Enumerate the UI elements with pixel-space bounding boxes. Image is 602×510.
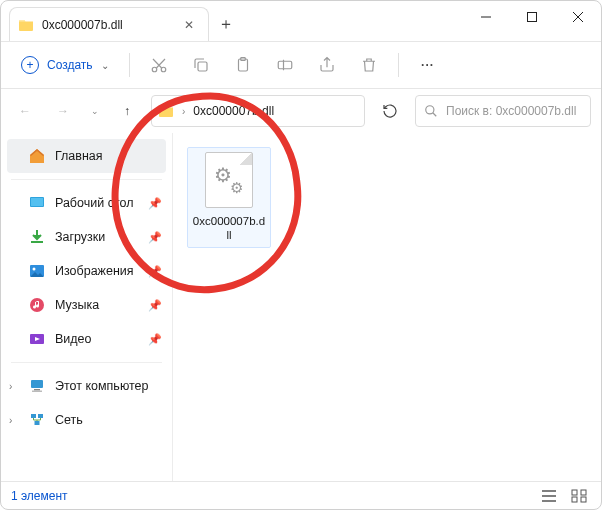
paste-button[interactable] <box>224 47 262 83</box>
svg-rect-10 <box>31 241 43 243</box>
address-bar[interactable]: › 0xc000007b.dll <box>151 95 365 127</box>
sidebar-item-label: Музыка <box>55 298 99 312</box>
status-item-count: 1 элемент <box>11 489 68 503</box>
svg-rect-20 <box>35 421 40 425</box>
content-area[interactable]: ⚙ ⚙ 0xc000007b.dll <box>173 133 601 481</box>
desktop-icon <box>29 195 45 211</box>
more-button[interactable]: ··· <box>409 47 447 83</box>
status-bar: 1 элемент <box>1 481 601 509</box>
toolbar-separator <box>398 53 399 77</box>
network-icon <box>29 412 45 428</box>
copy-button[interactable] <box>182 47 220 83</box>
nav-row: ← → ⌄ ↑ › 0xc000007b.dll <box>1 89 601 133</box>
tab-title: 0xc000007b.dll <box>42 18 172 32</box>
folder-icon <box>18 17 34 33</box>
svg-rect-15 <box>31 380 43 388</box>
search-input[interactable] <box>446 104 582 118</box>
history-dropdown[interactable]: ⌄ <box>87 102 103 120</box>
svg-rect-18 <box>31 414 36 418</box>
chevron-right-icon[interactable]: › <box>9 381 12 392</box>
svg-rect-21 <box>572 490 577 495</box>
sidebar-item-home[interactable]: Главная <box>7 139 166 173</box>
folder-icon <box>158 103 174 119</box>
sidebar-item-label: Сеть <box>55 413 83 427</box>
share-button[interactable] <box>308 47 346 83</box>
computer-icon <box>29 378 45 394</box>
search-box[interactable] <box>415 95 591 127</box>
refresh-button[interactable] <box>375 96 405 126</box>
sidebar-item-label: Этот компьютер <box>55 379 148 393</box>
svg-point-7 <box>426 106 434 114</box>
sidebar: Главная Рабочий стол 📌 Загрузки 📌 Изобра… <box>1 133 173 481</box>
sidebar-item-music[interactable]: Музыка 📌 <box>1 288 172 322</box>
sidebar-item-this-pc[interactable]: › Этот компьютер <box>1 369 172 403</box>
sidebar-item-desktop[interactable]: Рабочий стол 📌 <box>1 186 172 220</box>
maximize-button[interactable] <box>509 1 555 33</box>
sidebar-item-label: Рабочий стол <box>55 196 133 210</box>
music-icon <box>29 297 45 313</box>
address-segment[interactable]: 0xc000007b.dll <box>193 104 274 118</box>
svg-rect-22 <box>581 490 586 495</box>
titlebar: 0xc000007b.dll ✕ ＋ <box>1 1 601 41</box>
file-item[interactable]: ⚙ ⚙ 0xc000007b.dll <box>187 147 271 248</box>
svg-point-1 <box>152 67 157 72</box>
sidebar-item-label: Видео <box>55 332 92 346</box>
svg-point-12 <box>33 268 36 271</box>
svg-rect-0 <box>528 13 537 22</box>
forward-button[interactable]: → <box>49 97 77 125</box>
svg-rect-23 <box>572 497 577 502</box>
pictures-icon <box>29 263 45 279</box>
cut-button[interactable] <box>140 47 178 83</box>
chevron-down-icon: ⌄ <box>101 60 109 71</box>
pin-icon: 📌 <box>148 265 162 278</box>
chevron-right-icon[interactable]: › <box>9 415 12 426</box>
pin-icon: 📌 <box>148 299 162 312</box>
sidebar-item-network[interactable]: › Сеть <box>1 403 172 437</box>
tab-active[interactable]: 0xc000007b.dll ✕ <box>9 7 209 41</box>
gear-icon: ⚙ <box>230 179 243 197</box>
icons-view-button[interactable] <box>567 486 591 506</box>
svg-rect-3 <box>198 62 207 71</box>
svg-rect-19 <box>38 414 43 418</box>
tab-close-button[interactable]: ✕ <box>180 16 198 34</box>
sidebar-item-downloads[interactable]: Загрузки 📌 <box>1 220 172 254</box>
svg-rect-6 <box>278 61 292 69</box>
delete-button[interactable] <box>350 47 388 83</box>
create-label: Создать <box>47 58 93 72</box>
pin-icon: 📌 <box>148 231 162 244</box>
window-controls <box>463 1 601 33</box>
pin-icon: 📌 <box>148 333 162 346</box>
chevron-right-icon: › <box>180 106 187 117</box>
home-icon <box>29 148 45 164</box>
sidebar-item-label: Загрузки <box>55 230 105 244</box>
details-view-button[interactable] <box>537 486 561 506</box>
svg-rect-17 <box>32 391 42 393</box>
svg-rect-24 <box>581 497 586 502</box>
dll-file-icon: ⚙ ⚙ <box>205 152 253 208</box>
sidebar-item-label: Главная <box>55 149 103 163</box>
videos-icon <box>29 331 45 347</box>
minimize-button[interactable] <box>463 1 509 33</box>
plus-circle-icon: + <box>21 56 39 74</box>
toolbar: + Создать ⌄ ··· <box>1 41 601 89</box>
close-button[interactable] <box>555 1 601 33</box>
search-icon <box>424 104 438 118</box>
svg-rect-9 <box>31 198 43 206</box>
sidebar-item-label: Изображения <box>55 264 134 278</box>
svg-point-2 <box>161 67 166 72</box>
sidebar-item-pictures[interactable]: Изображения 📌 <box>1 254 172 288</box>
create-new-button[interactable]: + Создать ⌄ <box>11 50 119 80</box>
up-button[interactable]: ↑ <box>113 97 141 125</box>
back-button[interactable]: ← <box>11 97 39 125</box>
sidebar-item-videos[interactable]: Видео 📌 <box>1 322 172 356</box>
pin-icon: 📌 <box>148 197 162 210</box>
toolbar-separator <box>129 53 130 77</box>
rename-button[interactable] <box>266 47 304 83</box>
downloads-icon <box>29 229 45 245</box>
file-name-label: 0xc000007b.dll <box>192 214 266 243</box>
new-tab-button[interactable]: ＋ <box>209 7 243 41</box>
svg-rect-16 <box>34 389 40 391</box>
